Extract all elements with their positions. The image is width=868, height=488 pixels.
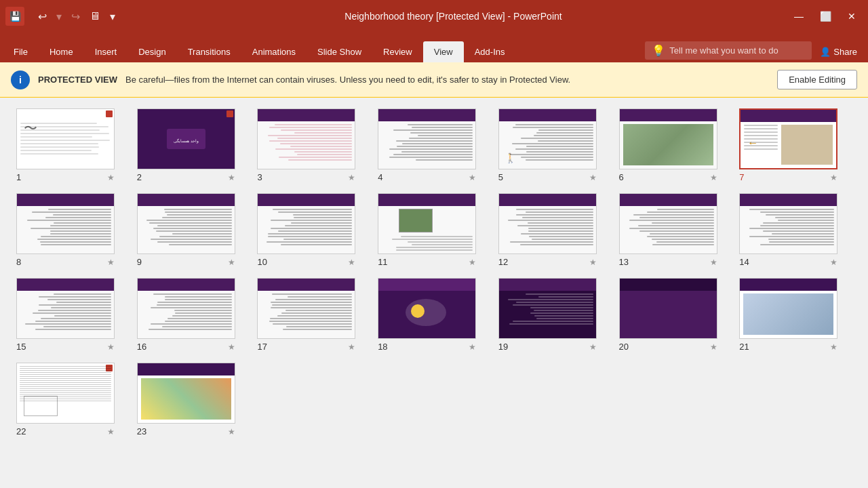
monitor-icon[interactable]: 🖥 [85, 7, 104, 25]
slide-star[interactable]: ★ [228, 342, 235, 352]
slide-star[interactable]: ★ [710, 173, 717, 182]
slide-number: 3 [257, 172, 262, 182]
ribbon-tabs: File Home Insert Design Transitions Anim… [0, 33, 868, 62]
slide-star[interactable]: ★ [589, 342, 597, 352]
save-icon: 💾 [9, 11, 21, 22]
tab-home[interactable]: Home [39, 41, 84, 62]
slide-star[interactable]: ★ [710, 342, 717, 352]
redo-button[interactable]: ↪ [67, 7, 84, 26]
tab-view[interactable]: View [423, 41, 464, 62]
slide-star[interactable]: ★ [107, 342, 115, 352]
maximize-button[interactable]: ⬜ [813, 8, 838, 24]
slide-item[interactable]: 〜1★ [16, 108, 129, 182]
slide-number: 17 [257, 342, 267, 352]
slide-item[interactable]: 15★ [16, 278, 129, 352]
slide-star[interactable]: ★ [107, 173, 115, 182]
slide-star[interactable]: ★ [589, 258, 597, 267]
slide-item[interactable]: 🚶5★ [498, 108, 611, 182]
slide-item[interactable]: 11★ [378, 193, 490, 267]
slide-number: 11 [378, 257, 387, 267]
undo-redo-group: ↩ ▾ ↪ 🖥 ▾ [34, 7, 119, 26]
banner-message: Be careful—files from the Internet can c… [125, 75, 769, 85]
slide-item[interactable]: 10★ [257, 193, 370, 267]
slide-number: 1 [16, 172, 21, 182]
slide-item[interactable]: 14★ [739, 193, 852, 267]
slide-star[interactable]: ★ [830, 342, 837, 352]
powerpoint-icon: 💾 [5, 7, 24, 26]
slide-item[interactable]: 21★ [739, 278, 852, 352]
tab-animations[interactable]: Animations [241, 41, 307, 62]
tab-transitions[interactable]: Transitions [177, 41, 241, 62]
slide-number: 18 [378, 342, 387, 352]
slide-grid-area: 〜1★واحد همسایگی2★3★4★🚶5★6★←7★8★9★10★11★1… [0, 98, 868, 488]
tab-design[interactable]: Design [127, 41, 176, 62]
slide-star[interactable]: ★ [469, 258, 476, 267]
search-input[interactable] [669, 45, 805, 56]
close-button[interactable]: ✕ [841, 8, 863, 24]
slide-number: 4 [378, 172, 382, 182]
tab-review[interactable]: Review [372, 41, 423, 62]
slide-number: 20 [619, 342, 629, 352]
slide-item[interactable]: 16★ [137, 278, 250, 352]
slide-star[interactable]: ★ [348, 258, 355, 267]
slide-star[interactable]: ★ [469, 173, 476, 182]
slide-item[interactable]: 13★ [619, 193, 732, 267]
slide-star[interactable]: ★ [710, 258, 717, 267]
slide-star[interactable]: ★ [228, 258, 235, 267]
undo-arrow-button[interactable]: ▾ [52, 7, 66, 26]
slide-number: 14 [739, 257, 749, 267]
slide-item[interactable]: 20★ [619, 278, 732, 352]
slide-star[interactable]: ★ [228, 427, 235, 436]
slide-number: 9 [137, 257, 142, 267]
share-button[interactable]: 👤 Share [812, 44, 865, 60]
slide-number: 6 [619, 172, 624, 182]
protected-view-banner: i PROTECTED VIEW Be careful—files from t… [0, 62, 868, 98]
slide-star[interactable]: ★ [107, 258, 115, 267]
slide-star[interactable]: ★ [830, 258, 837, 267]
tab-insert[interactable]: Insert [84, 41, 128, 62]
minimize-button[interactable]: — [787, 8, 810, 24]
slide-item[interactable]: 8★ [16, 193, 129, 267]
slide-item[interactable]: 12★ [498, 193, 611, 267]
slide-item[interactable]: واحد همسایگی2★ [137, 108, 250, 182]
window-controls: — ⬜ ✕ [787, 8, 863, 24]
slide-item[interactable]: 23★ [137, 363, 250, 436]
slide-item[interactable]: 4★ [378, 108, 490, 182]
window-title: Neighborhood theory [Protected View] - P… [119, 11, 787, 22]
search-box[interactable]: 💡 [645, 41, 812, 60]
slide-item[interactable]: 9★ [137, 193, 250, 267]
slide-star[interactable]: ★ [107, 427, 115, 436]
slide-item[interactable]: 17★ [257, 278, 370, 352]
slide-item[interactable]: 6★ [619, 108, 732, 182]
person-icon: 👤 [820, 47, 831, 57]
undo-button[interactable]: ↩ [34, 7, 51, 26]
slide-number: 19 [498, 342, 508, 352]
slide-number: 23 [137, 426, 146, 436]
slide-number: 13 [619, 257, 629, 267]
slide-item[interactable]: 22★ [16, 363, 129, 436]
slide-grid: 〜1★واحد همسایگی2★3★4★🚶5★6★←7★8★9★10★11★1… [16, 108, 852, 436]
slide-item[interactable]: 3★ [257, 108, 370, 182]
titlebar-left: 💾 ↩ ▾ ↪ 🖥 ▾ [5, 7, 119, 26]
enable-editing-button[interactable]: Enable Editing [777, 70, 857, 89]
customize-btn[interactable]: ▾ [106, 7, 119, 26]
slide-number: 8 [16, 257, 21, 267]
slide-star[interactable]: ★ [228, 173, 235, 182]
slide-number: 22 [16, 426, 26, 436]
slide-star[interactable]: ★ [348, 173, 355, 182]
slide-number: 7 [739, 172, 744, 182]
protected-view-label: PROTECTED VIEW [38, 75, 117, 85]
slide-item[interactable]: 19★ [498, 278, 611, 352]
slide-star[interactable]: ★ [830, 173, 837, 182]
tab-slideshow[interactable]: Slide Show [307, 41, 372, 62]
slide-star[interactable]: ★ [589, 173, 597, 182]
info-icon: i [11, 70, 30, 89]
slide-item[interactable]: ←7★ [739, 108, 852, 182]
slide-number: 12 [498, 257, 508, 267]
slide-star[interactable]: ★ [348, 342, 355, 352]
tab-file[interactable]: File [3, 41, 39, 62]
slide-item[interactable]: 18★ [378, 278, 490, 352]
slide-star[interactable]: ★ [469, 342, 476, 352]
tab-addins[interactable]: Add-Ins [464, 41, 516, 62]
slide-number: 2 [137, 172, 142, 182]
